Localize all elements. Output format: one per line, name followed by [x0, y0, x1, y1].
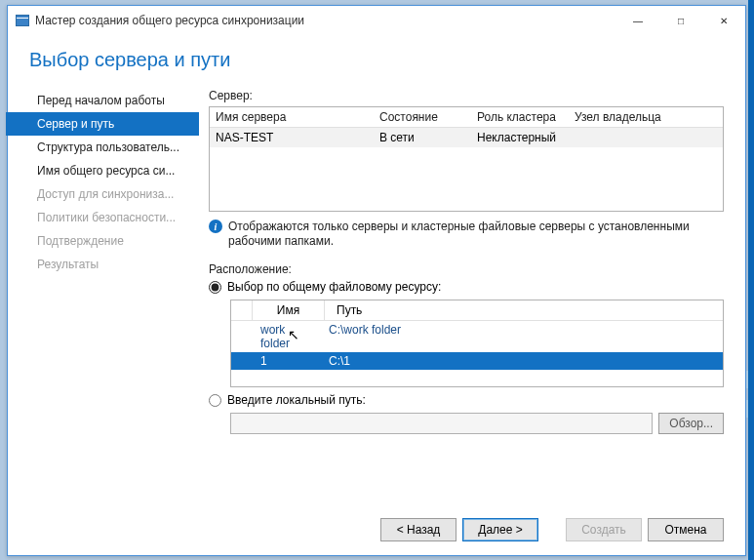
radio-local-path-label: Введите локальный путь: [227, 393, 366, 407]
cell-role: Некластерный [471, 128, 569, 147]
cell-owner [569, 128, 723, 147]
share-row[interactable]: work folder C:\work folder [231, 321, 723, 352]
cell-share-path: C:\1 [325, 352, 723, 370]
location-label: Расположение: [209, 262, 724, 276]
share-list[interactable]: Имя Путь work folder C:\work folder 1 C:… [230, 300, 724, 387]
server-table[interactable]: Имя сервера Состояние Роль кластера Узел… [209, 106, 724, 212]
step-security-policies: Политики безопасности... [27, 206, 199, 229]
step-server-and-path[interactable]: Сервер и путь [6, 112, 199, 136]
window-title: Мастер создания общего ресурса синхрониз… [35, 14, 616, 27]
wizard-window: Мастер создания общего ресурса синхрониз… [7, 5, 746, 556]
create-button: Создать [566, 518, 642, 541]
minimize-button[interactable]: — [616, 6, 659, 35]
col-owner[interactable]: Узел владельца [569, 107, 723, 127]
local-path-input [230, 413, 653, 434]
col-share-name[interactable]: Имя [253, 300, 325, 321]
app-icon [16, 15, 29, 26]
page-heading: Выбор сервера и пути [8, 35, 745, 89]
cancel-button[interactable]: Отмена [648, 518, 724, 541]
step-confirmation: Подтверждение [27, 229, 199, 253]
step-before-you-begin[interactable]: Перед началом работы [27, 89, 199, 112]
share-row[interactable]: 1 C:\1 [231, 352, 723, 370]
step-user-structure[interactable]: Структура пользователь... [27, 136, 199, 159]
col-share-path[interactable]: Путь [325, 300, 723, 321]
cell-share-name: work folder [253, 321, 325, 352]
step-sync-access: Доступ для синхрониза... [27, 182, 199, 206]
server-label: Сервер: [209, 89, 724, 102]
step-results: Результаты [27, 253, 199, 276]
cell-state: В сети [374, 128, 471, 147]
info-text: Отображаются только серверы и кластерные… [228, 220, 724, 249]
radio-local-path-input[interactable] [209, 394, 221, 407]
col-state[interactable]: Состояние [374, 107, 471, 127]
cell-share-path: C:\work folder [325, 321, 723, 352]
back-button[interactable]: < Назад [380, 518, 456, 541]
cell-share-name: 1 [253, 352, 325, 370]
cell-server-name: NAS-TEST [210, 128, 374, 147]
radio-by-share[interactable]: Выбор по общему файловому ресурсу: [209, 280, 724, 294]
radio-by-share-input[interactable] [209, 281, 221, 294]
titlebar[interactable]: Мастер создания общего ресурса синхрониз… [8, 6, 745, 35]
wizard-steps: Перед началом работы Сервер и путь Струк… [27, 89, 199, 434]
server-row[interactable]: NAS-TEST В сети Некластерный [210, 128, 723, 147]
browse-button: Обзор... [658, 413, 724, 434]
col-role[interactable]: Роль кластера [471, 107, 569, 127]
radio-by-share-label: Выбор по общему файловому ресурсу: [227, 280, 441, 294]
step-share-name[interactable]: Имя общего ресурса си... [27, 159, 199, 182]
info-icon: i [209, 220, 222, 233]
col-server-name[interactable]: Имя сервера [210, 107, 374, 127]
close-button[interactable]: ✕ [702, 6, 745, 35]
next-button[interactable]: Далее > [462, 518, 538, 541]
maximize-button[interactable]: □ [659, 6, 702, 35]
radio-local-path[interactable]: Введите локальный путь: [209, 393, 724, 407]
